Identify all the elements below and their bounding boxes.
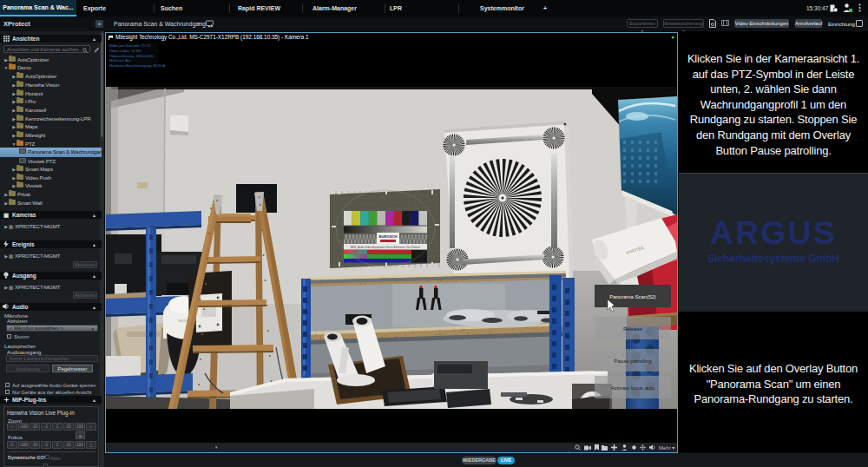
svg-text:Pause patrolling: Pause patrolling <box>614 358 651 364</box>
svg-text:Panorama Scan(52): Panorama Scan(52) <box>609 294 656 299</box>
svg-text:Activate focus auto: Activate focus auto <box>611 385 655 391</box>
svg-text:Release: Release <box>623 326 643 332</box>
svg-text:BUROSCH: BUROSCH <box>378 234 397 239</box>
svg-text:MHZ_Audio Video Equipment Chec: MHZ_Audio Video Equipment Check Referenc… <box>351 246 421 249</box>
